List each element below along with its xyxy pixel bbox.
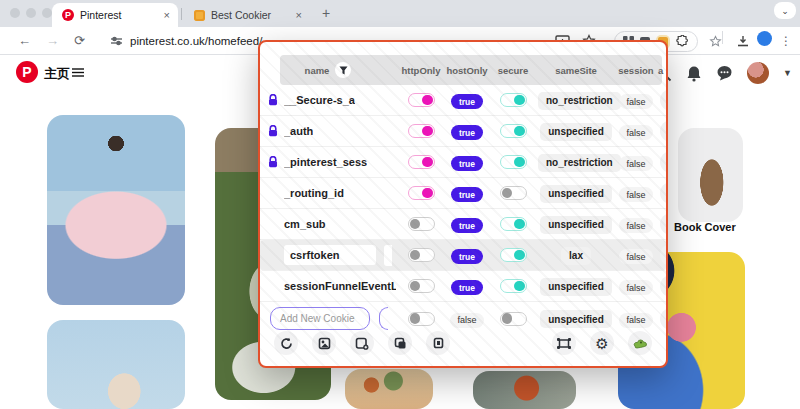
pin-flowers-photo[interactable] [473, 371, 576, 409]
cookie-row[interactable]: _routing_id true unspecified false [260, 178, 666, 209]
hamburger-menu-icon[interactable] [72, 68, 84, 77]
address-bar-url[interactable]: pinterest.co.uk/homefeed/ [130, 35, 262, 47]
site-info-icon[interactable] [110, 35, 123, 47]
account-avatar[interactable] [747, 62, 769, 84]
httponly-toggle[interactable] [408, 124, 435, 138]
httponly-toggle[interactable] [408, 186, 435, 200]
samesite-pill[interactable]: unspecified [540, 123, 612, 141]
tab-close-icon[interactable]: × [164, 9, 170, 21]
session-value: false [619, 218, 652, 233]
pin-figurines-book-cover[interactable] [678, 128, 743, 222]
delete-icon[interactable] [426, 331, 450, 355]
forward-icon[interactable]: → [46, 33, 59, 49]
notifications-bell-icon[interactable] [686, 65, 702, 82]
profile-avatar[interactable] [757, 31, 772, 46]
tab-close-icon[interactable]: × [296, 9, 302, 21]
copy-icon[interactable] [388, 331, 412, 355]
reload-icon[interactable]: ⟳ [74, 33, 85, 49]
messages-chat-icon[interactable] [716, 65, 733, 81]
pinterest-logo[interactable]: P [16, 61, 38, 83]
secure-toggle[interactable] [500, 279, 527, 293]
secure-toggle[interactable] [500, 217, 527, 231]
row-action-button[interactable] [660, 244, 668, 266]
filter-funnel-icon[interactable] [335, 62, 351, 78]
menu-kebab-icon[interactable]: ⋮ [780, 31, 792, 51]
httponly-toggle[interactable] [408, 93, 435, 107]
samesite-pill[interactable]: lax [561, 247, 591, 265]
nav-home-link[interactable]: 主页 [44, 65, 70, 83]
cookie-row[interactable]: _pinterest_sess true no_restriction fals… [260, 147, 666, 178]
window-minimize-button[interactable] [26, 8, 36, 18]
httponly-toggle[interactable] [408, 217, 435, 231]
cookie-row[interactable]: _auth true unspecified false [260, 116, 666, 147]
value-box-fragment [384, 245, 392, 266]
export-icon[interactable] [312, 331, 336, 355]
httponly-toggle[interactable] [408, 312, 435, 326]
account-chevron-down-icon[interactable]: ▼ [783, 68, 792, 78]
window-zoom-button[interactable] [42, 8, 52, 18]
tab-best-cookier[interactable]: Best Cookier × [184, 3, 310, 27]
row-action-button[interactable] [660, 213, 668, 235]
samesite-pill[interactable]: unspecified [540, 278, 612, 296]
secure-toggle[interactable] [500, 248, 527, 262]
pin-girl-sky-illustration[interactable] [47, 320, 185, 409]
row-action-button[interactable] [660, 308, 668, 330]
pin-caption[interactable]: Book Cover [674, 221, 736, 233]
lock-icon [266, 94, 280, 106]
cookie-row[interactable]: sessionFunnelEventLo true unspecified fa… [260, 271, 666, 302]
tab-divider [181, 8, 182, 20]
row-action-button[interactable] [660, 89, 668, 111]
cookie-rows: __Secure-s_a true no_restriction false _… [260, 85, 666, 302]
samesite-pill[interactable]: unspecified [540, 310, 612, 328]
row-action-button[interactable] [660, 275, 668, 297]
cookie-name[interactable]: _pinterest_sess [284, 156, 367, 168]
samesite-pill[interactable]: no_restriction [538, 92, 621, 110]
cookier-favicon [194, 10, 205, 21]
secure-toggle[interactable] [500, 124, 527, 138]
cookie-name[interactable]: _auth [284, 125, 313, 137]
pin-flower-illustration[interactable] [47, 115, 185, 305]
row-action-button[interactable] [660, 151, 668, 173]
cookie-name[interactable]: __Secure-s_a [284, 94, 355, 106]
cookie-table-header: name httpOnly hostOnly secure sameSite s… [260, 55, 666, 85]
refresh-icon[interactable] [274, 331, 298, 355]
cookie-editor-popup: name httpOnly hostOnly secure sameSite s… [258, 40, 668, 368]
new-tab-button[interactable]: + [322, 5, 330, 21]
pin-storybook-illustration[interactable] [345, 369, 433, 409]
add-value-input-fragment[interactable] [379, 307, 388, 330]
secure-toggle[interactable] [500, 312, 527, 326]
httponly-toggle[interactable] [408, 279, 435, 293]
cookie-name[interactable]: _routing_id [284, 187, 344, 199]
httponly-toggle[interactable] [408, 155, 435, 169]
settings-gear-icon[interactable]: ⚙ [590, 331, 614, 355]
extensions-puzzle-icon[interactable] [676, 35, 689, 48]
secure-toggle[interactable] [500, 93, 527, 107]
cookie-row[interactable]: cm_sub true unspecified false [260, 209, 666, 240]
hostonly-badge: true [451, 187, 483, 202]
back-icon[interactable]: ← [18, 33, 31, 49]
secure-toggle[interactable] [500, 155, 527, 169]
lock-icon [266, 125, 280, 137]
fullscreen-frame-icon[interactable] [552, 331, 576, 355]
row-action-button[interactable] [660, 182, 668, 204]
window-close-button[interactable] [10, 8, 20, 18]
secure-toggle[interactable] [500, 186, 527, 200]
cookie-row[interactable]: __Secure-s_a true no_restriction false [260, 85, 666, 116]
httponly-toggle[interactable] [408, 248, 435, 262]
cookie-name[interactable]: cm_sub [284, 218, 326, 230]
tab-pinterest[interactable]: P Pinterest × [52, 3, 178, 27]
mascot-icon[interactable] [628, 331, 652, 355]
samesite-pill[interactable]: no_restriction [538, 154, 621, 172]
session-value: false [619, 313, 652, 328]
cookie-row[interactable]: csrftoken true lax false [260, 240, 666, 271]
add-cookie-input[interactable] [270, 307, 370, 330]
tab-search-chevron-icon[interactable]: ⌄ [774, 2, 796, 19]
downloads-icon[interactable] [736, 31, 750, 51]
samesite-pill[interactable]: unspecified [540, 216, 612, 234]
cookie-name[interactable]: csrftoken [284, 245, 376, 265]
import-icon[interactable] [350, 331, 374, 355]
row-action-button[interactable] [660, 120, 668, 142]
pinned-extension-star-icon[interactable] [709, 31, 722, 51]
cookie-name[interactable]: sessionFunnelEventLo [284, 280, 396, 292]
samesite-pill[interactable]: unspecified [540, 185, 612, 203]
